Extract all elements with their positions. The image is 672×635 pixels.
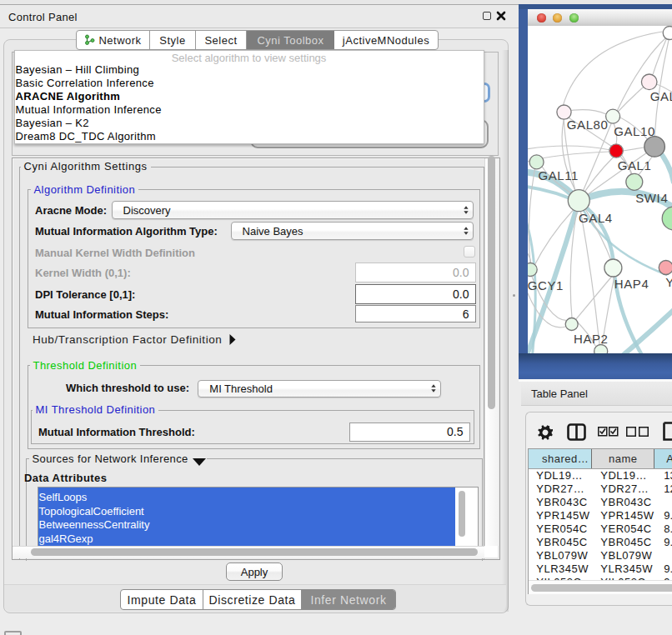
svg-text:GAL1: GAL1 [617,158,651,172]
svg-text:Y: Y [665,275,672,289]
svg-text:GAL4: GAL4 [579,211,613,225]
svg-text:GAL11: GAL11 [538,168,579,182]
svg-text:HAP2: HAP2 [574,332,609,346]
svg-text:GAL: GAL [649,89,671,103]
svg-text:HAP4: HAP4 [614,277,649,291]
svg-text:GAL10: GAL10 [614,124,655,138]
svg-text:SWI4: SWI4 [635,191,668,205]
svg-text:GAL80: GAL80 [567,118,609,132]
svg-text:GCY1: GCY1 [528,278,564,292]
